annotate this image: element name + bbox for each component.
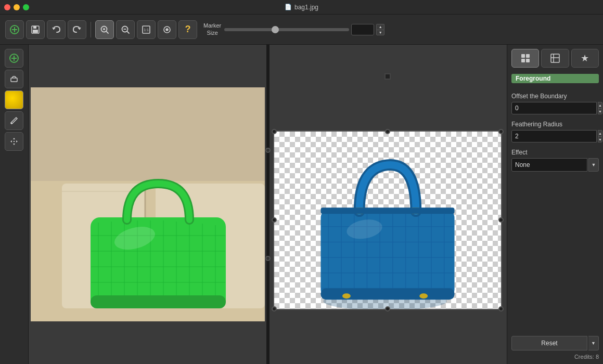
marker-size-stepper: ▲ ▼: [376, 24, 384, 35]
offset-boundary-up[interactable]: ▲: [598, 102, 602, 108]
svg-point-24: [11, 123, 12, 124]
tab-favorites[interactable]: ★: [571, 49, 599, 68]
svg-rect-79: [521, 54, 525, 58]
tab-output[interactable]: [541, 49, 569, 68]
window-title: 📄 bag1.jpg: [285, 4, 318, 11]
offset-boundary-stepper: ▲ ▼: [598, 102, 602, 114]
offset-boundary-input[interactable]: [511, 102, 597, 114]
handle-dot-2: [265, 256, 271, 261]
svg-rect-20: [11, 78, 17, 82]
svg-rect-37: [91, 217, 226, 308]
corner-handle-tr[interactable]: [498, 129, 504, 134]
svg-rect-81: [521, 59, 525, 62]
mid-handle-top[interactable]: [385, 129, 390, 134]
svg-marker-26: [13, 144, 15, 145]
svg-rect-83: [551, 54, 559, 62]
svg-rect-5: [33, 30, 38, 33]
svg-rect-82: [526, 59, 530, 62]
top-handle-container: [384, 73, 391, 80]
reset-arrow[interactable]: ▼: [588, 336, 599, 350]
svg-rect-56: [320, 209, 454, 298]
maximize-button[interactable]: [23, 4, 29, 10]
svg-marker-25: [13, 138, 15, 139]
svg-point-76: [419, 293, 428, 298]
redo-button[interactable]: [68, 20, 86, 39]
main-layout: ★ Foreground Offset the Boundary ▲ ▼ Fea…: [0, 45, 603, 364]
corner-handle-bl[interactable]: [272, 306, 277, 311]
corner-handle-tl[interactable]: [272, 129, 277, 134]
feathering-radius-label: Feathering Radius: [511, 121, 599, 128]
original-bag-svg: [31, 87, 265, 321]
title-text: bag1.jpg: [294, 4, 318, 11]
svg-rect-77: [320, 207, 454, 214]
effect-select[interactable]: None Blur Shadow Glow: [511, 158, 587, 172]
left-sidebar: [0, 45, 29, 364]
mid-handle-right[interactable]: [498, 217, 504, 223]
zoom-actual-button[interactable]: [158, 20, 176, 39]
file-icon: 📄: [285, 4, 292, 10]
reset-button[interactable]: Reset: [511, 336, 587, 350]
canvas-area: [29, 45, 507, 364]
feathering-radius-up[interactable]: ▲: [598, 130, 602, 136]
erase-tool-button[interactable]: [5, 70, 23, 88]
svg-text:1:1: 1:1: [144, 28, 149, 32]
split-handle[interactable]: [266, 45, 270, 364]
zoom-out-button[interactable]: [116, 20, 135, 39]
tab-layers[interactable]: [511, 49, 539, 68]
marker-size-slider[interactable]: [224, 28, 349, 31]
zoom-fit-button[interactable]: 1:1: [137, 20, 156, 39]
original-image-canvas: [31, 87, 265, 321]
color-tool-button[interactable]: [5, 90, 23, 109]
result-image-pane[interactable]: [267, 45, 507, 364]
feathering-radius-row: ▲ ▼: [511, 130, 599, 142]
effect-label: Effect: [511, 149, 599, 156]
corner-handle-br[interactable]: [498, 306, 504, 311]
svg-rect-80: [526, 54, 530, 58]
svg-point-16: [166, 29, 168, 31]
panel-tabs: ★: [511, 49, 599, 68]
close-button[interactable]: [4, 4, 10, 10]
marker-size-up[interactable]: ▲: [376, 24, 384, 30]
help-button[interactable]: ?: [178, 20, 197, 39]
right-panel: ★ Foreground Offset the Boundary ▲ ▼ Fea…: [507, 45, 603, 364]
marker-size-down[interactable]: ▼: [376, 30, 384, 35]
svg-point-75: [342, 293, 351, 298]
marker-size-label: Marker Size: [203, 22, 221, 36]
svg-rect-29: [14, 141, 15, 142]
new-button[interactable]: [5, 20, 24, 39]
mid-handle-bottom[interactable]: [385, 306, 390, 311]
move-tool-button[interactable]: [5, 132, 23, 151]
separator-1: [91, 22, 91, 37]
feathering-radius-down[interactable]: ▼: [598, 136, 602, 142]
brush-tool-button[interactable]: [5, 111, 23, 130]
top-handle-dot[interactable]: [384, 73, 391, 80]
feathering-radius-stepper: ▲ ▼: [598, 130, 602, 142]
svg-rect-74: [320, 288, 454, 300]
toolbar: 1:1 ? Marker Size 40 ▲ ▼: [0, 15, 603, 45]
effect-select-arrow[interactable]: ▼: [588, 158, 599, 172]
panel-spacer: [511, 174, 599, 336]
original-image-pane[interactable]: [29, 45, 267, 364]
mid-handle-left[interactable]: [272, 217, 277, 223]
reset-row: Reset ▼: [511, 336, 599, 350]
save-button[interactable]: [26, 20, 45, 39]
svg-rect-52: [91, 295, 226, 308]
zoom-in-button[interactable]: [95, 20, 114, 39]
credits-label: Credits: 8: [511, 354, 599, 360]
foreground-label: Foreground: [511, 74, 599, 83]
result-image-canvas: [273, 131, 502, 310]
minimize-button[interactable]: [14, 4, 20, 10]
add-tool-button[interactable]: [5, 49, 23, 68]
undo-button[interactable]: [47, 20, 66, 39]
feathering-radius-input[interactable]: [511, 130, 597, 142]
svg-line-12: [127, 31, 129, 33]
svg-marker-28: [16, 140, 18, 142]
marker-size-group: Marker Size 40 ▲ ▼: [203, 22, 384, 36]
marker-size-value[interactable]: 40: [351, 24, 374, 35]
offset-boundary-down[interactable]: ▼: [598, 108, 602, 114]
offset-boundary-label: Offset the Boundary: [511, 93, 599, 100]
effect-row: None Blur Shadow Glow ▼: [511, 158, 599, 172]
offset-boundary-row: ▲ ▼: [511, 102, 599, 114]
marker-slider-container: 40 ▲ ▼: [224, 24, 384, 35]
result-bag-svg: [274, 132, 501, 309]
